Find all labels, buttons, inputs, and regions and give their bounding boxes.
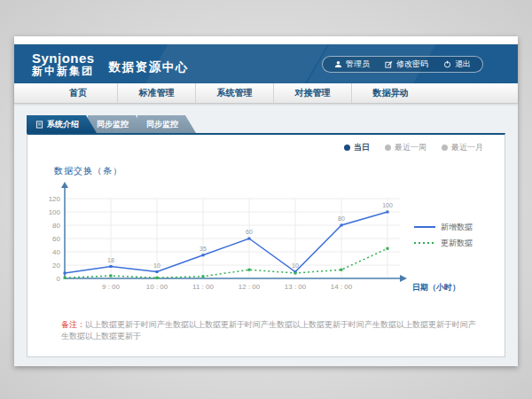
logout-button[interactable]: 退出 [443, 59, 471, 70]
svg-text:18: 18 [107, 257, 114, 263]
footnote-prefix: 备注： [61, 320, 85, 329]
svg-text:80: 80 [52, 222, 60, 230]
footnote: 备注：以上数据更新于时间产生数据以上数据更新于时间产生数据以上数据更新于时间产生… [61, 319, 501, 342]
svg-text:更新数据: 更新数据 [441, 239, 473, 247]
tab-label: 系统介绍 [47, 119, 79, 130]
tab-strip: 系统介绍 同步监控 同步监控 [27, 115, 518, 133]
svg-text:0: 0 [57, 275, 61, 283]
change-password-label: 修改密码 [396, 59, 428, 70]
line-chart: 0204060801001209 : 0010 : 0011 : 0012 : … [38, 179, 486, 303]
svg-text:10: 10 [292, 262, 299, 269]
user-menu: 管理员 修改密码 退出 [322, 56, 483, 73]
tab-system-intro[interactable]: 系统介绍 [27, 115, 97, 133]
svg-text:60: 60 [52, 235, 60, 243]
nav-item-interface-mgmt[interactable]: 对接管理 [273, 83, 351, 103]
svg-text:35: 35 [200, 246, 207, 252]
radio-label: 最近一月 [451, 142, 483, 153]
radio-last-week[interactable]: 最近一周 [385, 142, 426, 153]
svg-text:100: 100 [382, 202, 393, 208]
svg-text:80: 80 [338, 215, 345, 222]
logo-subtitle: 新中新集团 [32, 66, 95, 77]
user-icon [334, 60, 342, 68]
current-user-label: 管理员 [346, 59, 370, 70]
logo-wordmark: Synjones [32, 51, 95, 66]
nav-item-data-change[interactable]: 数据异动 [351, 83, 429, 103]
nav-item-home[interactable]: 首页 [39, 83, 117, 103]
svg-text:100: 100 [49, 208, 61, 216]
tab-label: 同步监控 [97, 119, 129, 130]
svg-text:120: 120 [49, 195, 61, 203]
footnote-text: 以上数据更新于时间产生数据以上数据更新于时间产生数据以上数据更新于时间产生数据以… [61, 320, 476, 340]
svg-text:40: 40 [52, 248, 60, 256]
svg-text:12 : 00: 12 : 00 [239, 283, 261, 291]
svg-text:60: 60 [246, 229, 253, 235]
svg-text:14 : 00: 14 : 00 [331, 283, 353, 291]
logout-label: 退出 [455, 59, 471, 70]
svg-text:9 : 00: 9 : 00 [102, 283, 121, 291]
change-password-button[interactable]: 修改密码 [385, 59, 428, 70]
page-top-strip [14, 36, 518, 44]
svg-text:新增数据: 新增数据 [441, 223, 473, 231]
chart-panel: 当日 最近一周 最近一月 数据交换（条） 0204060801001209 : … [27, 133, 505, 357]
time-range-filter: 当日 最近一周 最近一月 [344, 142, 483, 153]
svg-text:10: 10 [153, 262, 160, 269]
tab-sync-monitor-2[interactable]: 同步监控 [137, 115, 196, 133]
svg-text:10 : 00: 10 : 00 [146, 283, 168, 291]
radio-label: 最近一周 [395, 142, 426, 153]
content-area: 系统介绍 同步监控 同步监控 当日 最近一周 [14, 104, 518, 357]
radio-dot [442, 145, 448, 151]
radio-dot [385, 145, 391, 151]
svg-text:13 : 00: 13 : 00 [285, 283, 307, 291]
current-user-button[interactable]: 管理员 [334, 59, 370, 70]
main-nav: 首页 标准管理 系统管理 对接管理 数据异动 [14, 83, 518, 104]
nav-item-system-mgmt[interactable]: 系统管理 [195, 83, 273, 103]
tab-label: 同步监控 [146, 119, 178, 130]
edit-icon [385, 60, 393, 68]
radio-dot [344, 145, 350, 151]
radio-label: 当日 [354, 142, 370, 153]
radio-today[interactable]: 当日 [344, 142, 370, 153]
y-axis-title: 数据交换（条） [54, 165, 501, 177]
svg-text:20: 20 [52, 262, 60, 270]
power-icon [443, 60, 451, 68]
svg-text:11 : 00: 11 : 00 [192, 283, 214, 291]
nav-item-standard-mgmt[interactable]: 标准管理 [117, 83, 195, 103]
document-icon [35, 121, 43, 129]
svg-text:日期（小时）: 日期（小时） [412, 283, 460, 292]
app-window: Synjones 新中新集团 数据资源中心 管理员 修改密码 退出 首页 标准管… [14, 36, 518, 366]
app-header: Synjones 新中新集团 数据资源中心 管理员 修改密码 退出 [14, 44, 518, 83]
page-title: 数据资源中心 [109, 59, 189, 75]
radio-last-month[interactable]: 最近一月 [442, 142, 483, 153]
company-logo: Synjones 新中新集团 [32, 51, 95, 76]
